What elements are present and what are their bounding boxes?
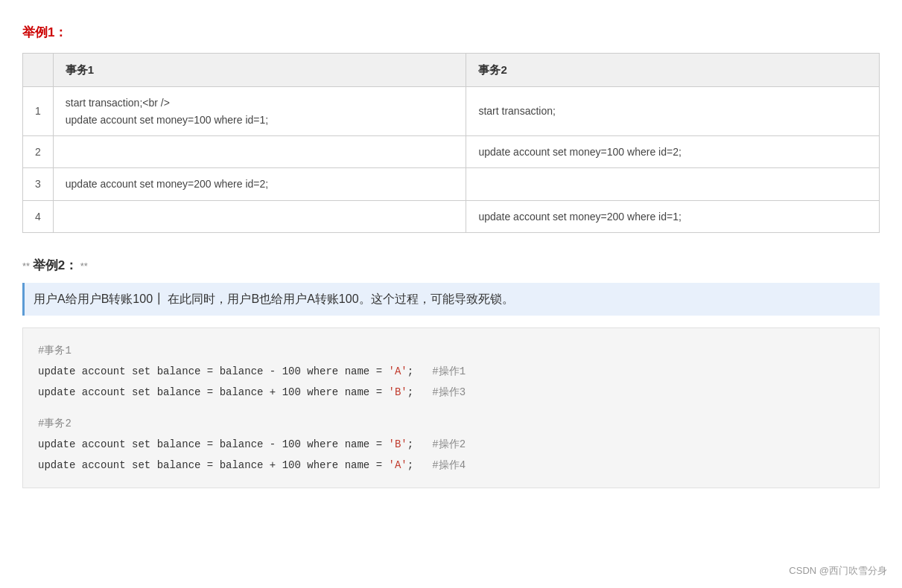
example2-title: ** 举例2： ** xyxy=(22,255,880,275)
example2-title-text: 举例2： xyxy=(33,258,77,272)
op4-comment: #操作4 xyxy=(432,459,466,471)
table-row: 4 update account set money=200 where id=… xyxy=(23,200,880,232)
op2-comment: #操作2 xyxy=(432,438,466,450)
string-B2: 'B' xyxy=(388,438,407,450)
row-t1 xyxy=(53,135,466,167)
example2-section: ** 举例2： ** 用户A给用户B转账100┃ 在此同时，用户B也给用户A转账… xyxy=(22,255,880,488)
example1-table: 事务1 事务2 1 start transaction;<br />update… xyxy=(22,53,880,233)
transaction2-line2: update account set balance = balance + 1… xyxy=(38,455,864,476)
example2-description: 用户A给用户B转账100┃ 在此同时，用户B也给用户A转账100。这个过程，可能… xyxy=(22,283,880,315)
row-t1 xyxy=(53,200,466,232)
row-num: 1 xyxy=(23,87,54,136)
row-num: 2 xyxy=(23,135,54,167)
code-block: #事务1 update account set balance = balanc… xyxy=(22,327,880,488)
op1-comment: #操作1 xyxy=(432,365,466,377)
op3-comment: #操作3 xyxy=(432,386,466,398)
row-t1: start transaction;<br />update account s… xyxy=(53,87,466,136)
string-A2: 'A' xyxy=(388,459,407,471)
transaction2-comment: #事务2 xyxy=(38,413,864,434)
table-row: 1 start transaction;<br />update account… xyxy=(23,87,880,136)
example1-section: 举例1： 事务1 事务2 1 start transaction;<br />u… xyxy=(22,22,880,233)
string-A1: 'A' xyxy=(388,365,407,377)
code-blank xyxy=(38,403,864,413)
asterisks-left: ** xyxy=(22,261,33,272)
row-t2: start transaction; xyxy=(466,87,880,136)
table-row: 3 update account set money=200 where id=… xyxy=(23,168,880,200)
row-num: 3 xyxy=(23,168,54,200)
table-header-num xyxy=(23,54,54,87)
table-row: 2 update account set money=100 where id=… xyxy=(23,135,880,167)
string-B1: 'B' xyxy=(388,386,407,398)
row-num: 4 xyxy=(23,200,54,232)
asterisks-right: ** xyxy=(77,261,88,272)
transaction2-line1: update account set balance = balance - 1… xyxy=(38,434,864,455)
row-t2: update account set money=100 where id=2; xyxy=(466,135,880,167)
row-t2: update account set money=200 where id=1; xyxy=(466,200,880,232)
transaction1-comment: #事务1 xyxy=(38,340,864,361)
transaction1-line2: update account set balance = balance + 1… xyxy=(38,382,864,403)
example1-title: 举例1： xyxy=(22,22,880,42)
table-header-t1: 事务1 xyxy=(53,54,466,87)
row-t1: update account set money=200 where id=2; xyxy=(53,168,466,200)
transaction1-line1: update account set balance = balance - 1… xyxy=(38,361,864,382)
row-t2 xyxy=(466,168,880,200)
table-header-t2: 事务2 xyxy=(466,54,880,87)
